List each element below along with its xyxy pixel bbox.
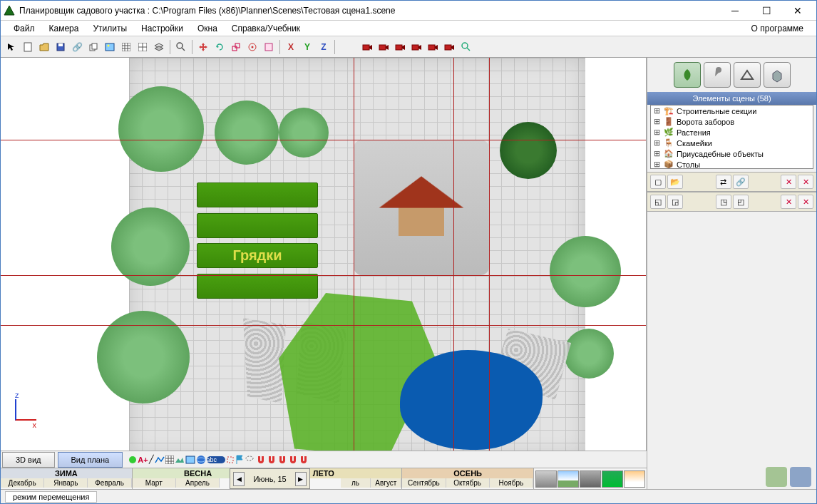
pond-object[interactable]: [400, 350, 543, 450]
new-icon[interactable]: [20, 39, 36, 55]
menu-settings[interactable]: Настройки: [134, 22, 190, 35]
pt2-del2-icon[interactable]: ✕: [798, 195, 813, 209]
bt-text-icon[interactable]: A+: [138, 456, 148, 464]
scene-tree[interactable]: ⊞🏗️Строительные секции ⊞🚪Ворота заборов …: [650, 105, 813, 169]
target-icon[interactable]: [245, 39, 260, 55]
tree-node[interactable]: ⊞🏠Приусадебные объекты: [651, 148, 813, 159]
view-3d-button[interactable]: 3D вид: [2, 452, 55, 468]
maximize-button[interactable]: ☐: [751, 1, 782, 20]
garden-bed[interactable]: [197, 182, 318, 207]
pt2-b-icon[interactable]: ◲: [667, 195, 683, 209]
scale-icon[interactable]: [228, 39, 244, 55]
menu-file[interactable]: Файл: [6, 22, 42, 35]
move-icon[interactable]: [195, 39, 211, 55]
garden-bed-labeled[interactable]: Грядки: [197, 243, 318, 268]
sky-thumb-1[interactable]: [535, 470, 557, 488]
month-jan[interactable]: Январь: [44, 478, 88, 488]
close-button[interactable]: ✕: [782, 1, 813, 20]
pt-delete-icon[interactable]: ✕: [781, 175, 796, 189]
layers-icon[interactable]: [151, 39, 167, 55]
month-mar[interactable]: Март: [133, 478, 176, 488]
tree-node[interactable]: ⊞📦Столы: [651, 159, 813, 169]
bt-polyline-icon[interactable]: [155, 456, 165, 464]
house-object[interactable]: [354, 140, 489, 275]
grid-large-icon[interactable]: [135, 39, 150, 55]
pt2-del-icon[interactable]: ✕: [781, 195, 796, 209]
bt-abc-icon[interactable]: abc: [207, 456, 225, 463]
bt-photo-icon[interactable]: [185, 456, 195, 464]
garden-bed[interactable]: [197, 213, 318, 238]
camera-5-icon[interactable]: [426, 39, 441, 55]
bt-magnet4-icon[interactable]: [288, 455, 298, 465]
tree-object[interactable]: [279, 108, 329, 158]
garden-bed[interactable]: [197, 274, 318, 299]
tree-object[interactable]: [118, 86, 204, 172]
tree-node[interactable]: ⊞🌿Растения: [651, 127, 813, 138]
link-icon[interactable]: 🔗: [69, 39, 85, 55]
tree-object[interactable]: [564, 329, 614, 379]
tree-object[interactable]: [500, 122, 557, 179]
pt-link-icon[interactable]: 🔗: [733, 175, 749, 189]
view-plan-button[interactable]: Вид плана: [58, 452, 123, 468]
bt-color-icon[interactable]: [128, 456, 137, 464]
month-dec[interactable]: Декабрь: [1, 478, 44, 488]
bt-globe-icon[interactable]: [196, 455, 206, 465]
search-icon[interactable]: [173, 39, 189, 55]
bt-grid-icon[interactable]: [165, 456, 174, 464]
menu-camera[interactable]: Камера: [42, 22, 86, 35]
go-icon[interactable]: [458, 39, 474, 55]
month-feb[interactable]: Февраль: [88, 478, 131, 488]
tab-plants[interactable]: [674, 62, 701, 88]
options-icon[interactable]: [261, 39, 277, 55]
date-next-button[interactable]: ▶: [295, 472, 307, 486]
tree-object[interactable]: [111, 207, 190, 286]
tab-tools[interactable]: [704, 62, 731, 88]
bt-magnet1-icon[interactable]: [256, 455, 266, 465]
pt2-c-icon[interactable]: ◳: [716, 195, 731, 209]
bt-terrain-icon[interactable]: [175, 456, 185, 464]
camera-6-icon[interactable]: [442, 39, 458, 55]
pt-swap-icon[interactable]: ⇄: [716, 175, 731, 189]
pt2-a-icon[interactable]: ◱: [650, 195, 666, 209]
save-icon[interactable]: [53, 39, 68, 55]
image-icon[interactable]: [102, 39, 118, 55]
menu-utilities[interactable]: Утилиты: [86, 22, 134, 35]
tree-node[interactable]: ⊞🏗️Строительные секции: [651, 106, 813, 116]
open-icon[interactable]: [36, 39, 52, 55]
axis-x-button[interactable]: X: [283, 39, 299, 55]
copy-icon[interactable]: [86, 39, 101, 55]
bt-magnet5-icon[interactable]: [299, 455, 309, 465]
month-jul[interactable]: ль: [341, 478, 371, 488]
month-aug[interactable]: Август: [371, 478, 401, 488]
camera-2-icon[interactable]: [376, 39, 392, 55]
tab-objects[interactable]: [764, 62, 791, 88]
bt-shape-icon[interactable]: [226, 456, 235, 464]
bt-magnet3-icon[interactable]: [277, 455, 287, 465]
axis-y-button[interactable]: Y: [299, 39, 315, 55]
axis-z-button[interactable]: Z: [316, 39, 332, 55]
menu-windows[interactable]: Окна: [190, 22, 225, 35]
rotate-icon[interactable]: [212, 39, 227, 55]
pt-delete2-icon[interactable]: ✕: [798, 175, 813, 189]
sky-thumb-3[interactable]: [580, 470, 601, 488]
sky-thumb-5[interactable]: [624, 470, 645, 488]
menu-help[interactable]: Справка/Учебник: [225, 22, 307, 35]
bt-lasso-icon[interactable]: [245, 455, 255, 465]
month-nov[interactable]: Ноябрь: [490, 478, 533, 488]
tab-shapes[interactable]: [734, 62, 761, 88]
menu-about[interactable]: О программе: [744, 22, 811, 35]
sky-thumb-4[interactable]: [602, 470, 623, 488]
tree-object[interactable]: [550, 236, 621, 307]
pt-open-icon[interactable]: 📂: [667, 175, 683, 189]
pt-new-icon[interactable]: ▢: [650, 175, 666, 189]
month-sep[interactable]: Сентябрь: [402, 478, 446, 488]
pointer-tool[interactable]: [4, 39, 19, 55]
month-oct[interactable]: Октябрь: [446, 478, 490, 488]
camera-3-icon[interactable]: [393, 39, 408, 55]
grid-small-icon[interactable]: [118, 39, 134, 55]
camera-1-icon[interactable]: [360, 39, 376, 55]
bt-flag-icon[interactable]: [235, 455, 244, 465]
tree-node[interactable]: ⊞🚪Ворота заборов: [651, 116, 813, 127]
tree-object[interactable]: [215, 101, 279, 165]
bt-line-icon[interactable]: ╱: [149, 455, 154, 464]
